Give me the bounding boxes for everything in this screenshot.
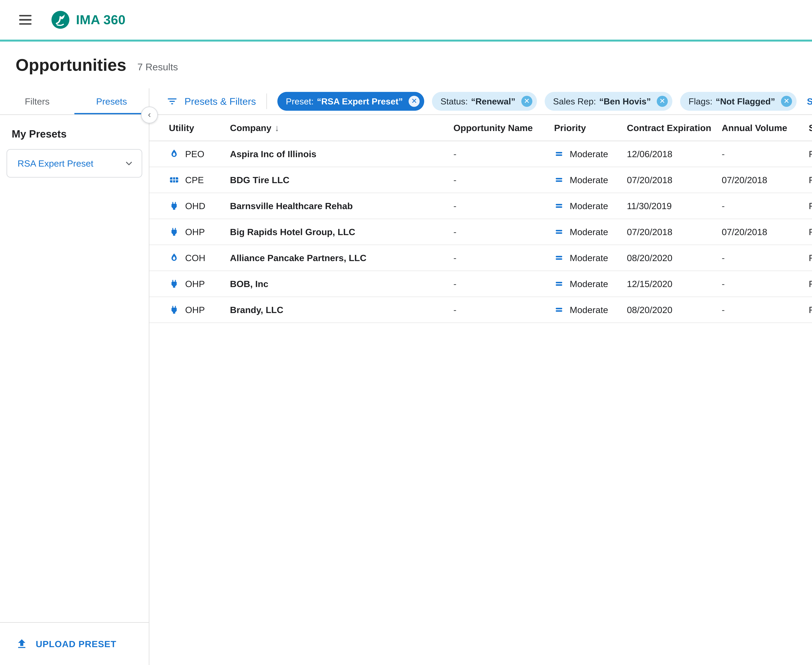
priority-label: Moderate [570,227,608,237]
app-root: IMA 360 A Opportunities 7 Results [0,0,812,665]
sidebar: Filters Presets ‹ My Presets RSA Expert … [0,88,149,665]
chip-value: “Not Flagged” [716,96,775,106]
company-name: Aspira Inc of Illinois [230,141,453,167]
presets-filters-button[interactable]: Presets & Filters [166,95,256,107]
status: Renewal [809,245,812,271]
priority-moderate-icon [554,201,564,211]
ima360-logo-icon [51,10,70,29]
company-name: Barnsville Healthcare Rehab [230,193,453,219]
remove-filter-icon[interactable]: ✕ [521,96,532,107]
brand-name: IMA 360 [76,12,126,27]
brand-logo[interactable]: IMA 360 [51,10,126,29]
meter-icon [169,175,179,185]
utility-code: OHP [185,227,205,237]
contract-expiration: 08/20/2020 [627,297,722,323]
annual-volume: - [722,193,809,219]
company-name: Brandy, LLC [230,297,453,323]
utility-code: PEO [185,149,204,159]
utility-code: OHP [185,305,205,315]
filter-bar: Presets & Filters Preset: “RSA Expert Pr… [149,88,812,115]
table-row[interactable]: OHP BOB, Inc - Moderate 12/15/2020 - Ren… [149,271,812,297]
priority-moderate-icon [554,175,564,185]
annual-volume: - [722,245,809,271]
sort-descending-icon: ↓ [275,123,279,133]
table-row[interactable]: PEO Aspira Inc of Illinois - Moderate 12… [149,141,812,167]
priority-moderate-icon [554,305,564,314]
company-name: Big Rapids Hotel Group, LLC [230,219,453,245]
table-header-row: Utility Company↓ Opportunity Name Priori… [149,115,812,141]
column-header-annual-volume[interactable]: Annual Volume [722,115,809,141]
chip-value: “Renewal” [471,96,515,106]
annual-volume: 07/20/2018 [722,219,809,245]
main-content: Presets & Filters Preset: “RSA Expert Pr… [149,88,812,665]
gas-flame-icon [169,252,179,263]
remove-filter-icon[interactable]: ✕ [408,96,420,107]
chip-label: Preset: [286,96,313,106]
priority-label: Moderate [570,175,608,185]
upload-preset-label: UPLOAD PRESET [36,639,116,649]
priority-label: Moderate [570,149,608,159]
contract-expiration: 08/20/2020 [627,245,722,271]
chip-value: “Ben Hovis” [599,96,651,106]
preset-select-value: RSA Expert Preset [18,158,94,169]
opportunity-name: - [453,245,554,271]
chip-label: Sales Rep: [553,96,596,106]
tab-presets[interactable]: Presets [74,88,149,114]
status: Renewal [809,193,812,219]
show-more-button[interactable]: Show 4 More [807,96,812,106]
status: Renewal [809,167,812,193]
filter-chip-preset: Preset: “RSA Expert Preset” ✕ [277,92,424,111]
table-row[interactable]: OHP Big Rapids Hotel Group, LLC - Modera… [149,219,812,245]
priority-label: Moderate [570,252,608,263]
chip-label: Flags: [689,96,712,106]
annual-volume: 07/20/2018 [722,167,809,193]
remove-filter-icon[interactable]: ✕ [657,96,668,107]
show-more-label: Show 4 More [807,96,812,106]
hamburger-menu-icon[interactable] [14,9,36,31]
column-header-opportunity-name[interactable]: Opportunity Name [453,115,554,141]
table-row[interactable]: OHP Brandy, LLC - Moderate 08/20/2020 - … [149,297,812,323]
filter-chip-status: Status: “Renewal” ✕ [432,92,537,111]
sidebar-section-title: My Presets [12,128,137,140]
tab-filters[interactable]: Filters [0,88,74,114]
utility-code: OHP [185,278,205,289]
column-header-utility[interactable]: Utility [149,115,230,141]
page-title: Opportunities [16,56,126,75]
company-name: Alliance Pancake Partners, LLC [230,245,453,271]
utility-code: OHD [185,201,205,211]
contract-expiration: 11/30/2019 [627,193,722,219]
table-row[interactable]: CPE BDG Tire LLC - Moderate 07/20/2018 0… [149,167,812,193]
filter-chip-flags: Flags: “Not Flagged” ✕ [680,92,797,111]
column-header-label: Company [230,123,271,133]
opportunities-table: Utility Company↓ Opportunity Name Priori… [149,115,812,323]
collapse-sidebar-icon[interactable]: ‹ [141,106,158,123]
column-header-company[interactable]: Company↓ [230,115,453,141]
contract-expiration: 12/15/2020 [627,271,722,297]
opportunity-name: - [453,219,554,245]
priority-label: Moderate [570,201,608,211]
upload-preset-button[interactable]: UPLOAD PRESET [0,622,149,665]
app-bar: IMA 360 A [0,0,812,41]
priority-moderate-icon [554,149,564,159]
results-count: 7 Results [138,57,178,72]
preset-select[interactable]: RSA Expert Preset [7,149,142,178]
electric-plug-icon [169,201,179,211]
company-name: BDG Tire LLC [230,167,453,193]
column-header-contract-expiration[interactable]: Contract Expiration [627,115,722,141]
chevron-down-icon [125,159,133,167]
opportunity-name: - [453,297,554,323]
utility-code: COH [185,252,205,263]
filter-bar-title: Presets & Filters [184,96,256,107]
opportunity-name: - [453,141,554,167]
table-row[interactable]: COH Alliance Pancake Partners, LLC - Mod… [149,245,812,271]
table-row[interactable]: OHD Barnsville Healthcare Rehab - Modera… [149,193,812,219]
remove-filter-icon[interactable]: ✕ [781,96,792,107]
column-header-status[interactable]: Status [809,115,812,141]
annual-volume: - [722,141,809,167]
upload-icon [16,638,28,650]
opportunity-name: - [453,271,554,297]
column-header-priority[interactable]: Priority [554,115,627,141]
chip-value: “RSA Expert Preset” [317,96,403,106]
page-header: Opportunities 7 Results ⋮ [0,41,812,88]
priority-moderate-icon [554,253,564,263]
